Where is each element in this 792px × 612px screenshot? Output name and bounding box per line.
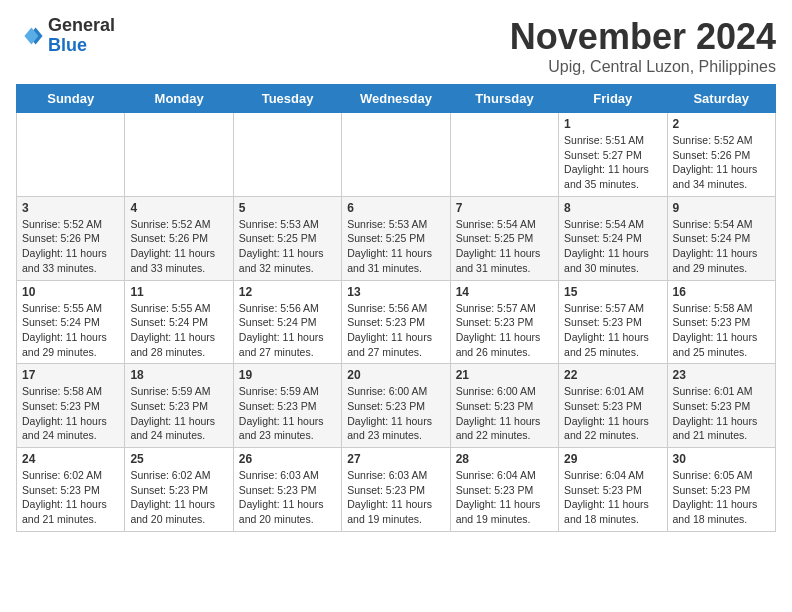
day-number: 16 <box>673 285 770 299</box>
day-info: Sunrise: 6:04 AM Sunset: 5:23 PM Dayligh… <box>456 468 553 527</box>
day-info: Sunrise: 5:58 AM Sunset: 5:23 PM Dayligh… <box>22 384 119 443</box>
calendar-cell: 13Sunrise: 5:56 AM Sunset: 5:23 PM Dayli… <box>342 280 450 364</box>
calendar-cell: 2Sunrise: 5:52 AM Sunset: 5:26 PM Daylig… <box>667 113 775 197</box>
day-info: Sunrise: 6:05 AM Sunset: 5:23 PM Dayligh… <box>673 468 770 527</box>
day-header-thursday: Thursday <box>450 85 558 113</box>
day-number: 14 <box>456 285 553 299</box>
day-info: Sunrise: 5:54 AM Sunset: 5:25 PM Dayligh… <box>456 217 553 276</box>
calendar-cell: 6Sunrise: 5:53 AM Sunset: 5:25 PM Daylig… <box>342 196 450 280</box>
logo-general: General <box>48 15 115 35</box>
calendar-cell: 15Sunrise: 5:57 AM Sunset: 5:23 PM Dayli… <box>559 280 667 364</box>
day-info: Sunrise: 5:56 AM Sunset: 5:23 PM Dayligh… <box>347 301 444 360</box>
day-number: 5 <box>239 201 336 215</box>
calendar-cell: 1Sunrise: 5:51 AM Sunset: 5:27 PM Daylig… <box>559 113 667 197</box>
calendar-cell: 29Sunrise: 6:04 AM Sunset: 5:23 PM Dayli… <box>559 448 667 532</box>
day-info: Sunrise: 5:52 AM Sunset: 5:26 PM Dayligh… <box>673 133 770 192</box>
day-info: Sunrise: 6:02 AM Sunset: 5:23 PM Dayligh… <box>130 468 227 527</box>
day-info: Sunrise: 6:01 AM Sunset: 5:23 PM Dayligh… <box>564 384 661 443</box>
day-number: 13 <box>347 285 444 299</box>
calendar-cell: 10Sunrise: 5:55 AM Sunset: 5:24 PM Dayli… <box>17 280 125 364</box>
day-header-wednesday: Wednesday <box>342 85 450 113</box>
day-number: 8 <box>564 201 661 215</box>
calendar-cell: 12Sunrise: 5:56 AM Sunset: 5:24 PM Dayli… <box>233 280 341 364</box>
day-header-tuesday: Tuesday <box>233 85 341 113</box>
day-info: Sunrise: 5:53 AM Sunset: 5:25 PM Dayligh… <box>347 217 444 276</box>
week-row-0: 1Sunrise: 5:51 AM Sunset: 5:27 PM Daylig… <box>17 113 776 197</box>
day-info: Sunrise: 5:59 AM Sunset: 5:23 PM Dayligh… <box>239 384 336 443</box>
location-subtitle: Upig, Central Luzon, Philippines <box>510 58 776 76</box>
day-number: 18 <box>130 368 227 382</box>
calendar-cell: 22Sunrise: 6:01 AM Sunset: 5:23 PM Dayli… <box>559 364 667 448</box>
day-info: Sunrise: 5:54 AM Sunset: 5:24 PM Dayligh… <box>673 217 770 276</box>
calendar-cell: 4Sunrise: 5:52 AM Sunset: 5:26 PM Daylig… <box>125 196 233 280</box>
day-header-sunday: Sunday <box>17 85 125 113</box>
day-info: Sunrise: 5:52 AM Sunset: 5:26 PM Dayligh… <box>130 217 227 276</box>
week-row-3: 17Sunrise: 5:58 AM Sunset: 5:23 PM Dayli… <box>17 364 776 448</box>
calendar-cell <box>342 113 450 197</box>
day-number: 24 <box>22 452 119 466</box>
day-number: 12 <box>239 285 336 299</box>
day-header-monday: Monday <box>125 85 233 113</box>
day-number: 1 <box>564 117 661 131</box>
calendar-cell: 7Sunrise: 5:54 AM Sunset: 5:25 PM Daylig… <box>450 196 558 280</box>
header-row: SundayMondayTuesdayWednesdayThursdayFrid… <box>17 85 776 113</box>
calendar-cell: 28Sunrise: 6:04 AM Sunset: 5:23 PM Dayli… <box>450 448 558 532</box>
calendar-cell: 14Sunrise: 5:57 AM Sunset: 5:23 PM Dayli… <box>450 280 558 364</box>
week-row-1: 3Sunrise: 5:52 AM Sunset: 5:26 PM Daylig… <box>17 196 776 280</box>
day-number: 20 <box>347 368 444 382</box>
day-number: 3 <box>22 201 119 215</box>
week-row-4: 24Sunrise: 6:02 AM Sunset: 5:23 PM Dayli… <box>17 448 776 532</box>
week-row-2: 10Sunrise: 5:55 AM Sunset: 5:24 PM Dayli… <box>17 280 776 364</box>
day-info: Sunrise: 6:00 AM Sunset: 5:23 PM Dayligh… <box>456 384 553 443</box>
day-info: Sunrise: 5:52 AM Sunset: 5:26 PM Dayligh… <box>22 217 119 276</box>
day-info: Sunrise: 5:53 AM Sunset: 5:25 PM Dayligh… <box>239 217 336 276</box>
day-info: Sunrise: 6:01 AM Sunset: 5:23 PM Dayligh… <box>673 384 770 443</box>
calendar-cell: 3Sunrise: 5:52 AM Sunset: 5:26 PM Daylig… <box>17 196 125 280</box>
day-number: 15 <box>564 285 661 299</box>
day-number: 11 <box>130 285 227 299</box>
calendar-cell: 26Sunrise: 6:03 AM Sunset: 5:23 PM Dayli… <box>233 448 341 532</box>
calendar-cell: 8Sunrise: 5:54 AM Sunset: 5:24 PM Daylig… <box>559 196 667 280</box>
calendar-cell: 9Sunrise: 5:54 AM Sunset: 5:24 PM Daylig… <box>667 196 775 280</box>
month-title: November 2024 <box>510 16 776 58</box>
day-number: 7 <box>456 201 553 215</box>
day-number: 22 <box>564 368 661 382</box>
calendar-cell: 5Sunrise: 5:53 AM Sunset: 5:25 PM Daylig… <box>233 196 341 280</box>
day-number: 9 <box>673 201 770 215</box>
day-header-friday: Friday <box>559 85 667 113</box>
calendar-table: SundayMondayTuesdayWednesdayThursdayFrid… <box>16 84 776 532</box>
title-block: November 2024 Upig, Central Luzon, Phili… <box>510 16 776 76</box>
day-info: Sunrise: 6:04 AM Sunset: 5:23 PM Dayligh… <box>564 468 661 527</box>
day-info: Sunrise: 5:55 AM Sunset: 5:24 PM Dayligh… <box>22 301 119 360</box>
calendar-cell: 16Sunrise: 5:58 AM Sunset: 5:23 PM Dayli… <box>667 280 775 364</box>
calendar-cell: 18Sunrise: 5:59 AM Sunset: 5:23 PM Dayli… <box>125 364 233 448</box>
day-info: Sunrise: 5:57 AM Sunset: 5:23 PM Dayligh… <box>456 301 553 360</box>
day-info: Sunrise: 5:54 AM Sunset: 5:24 PM Dayligh… <box>564 217 661 276</box>
day-info: Sunrise: 6:00 AM Sunset: 5:23 PM Dayligh… <box>347 384 444 443</box>
calendar-cell: 20Sunrise: 6:00 AM Sunset: 5:23 PM Dayli… <box>342 364 450 448</box>
day-number: 17 <box>22 368 119 382</box>
logo-icon <box>16 22 44 50</box>
day-info: Sunrise: 6:02 AM Sunset: 5:23 PM Dayligh… <box>22 468 119 527</box>
day-info: Sunrise: 5:51 AM Sunset: 5:27 PM Dayligh… <box>564 133 661 192</box>
day-info: Sunrise: 5:58 AM Sunset: 5:23 PM Dayligh… <box>673 301 770 360</box>
day-info: Sunrise: 5:57 AM Sunset: 5:23 PM Dayligh… <box>564 301 661 360</box>
calendar-cell: 23Sunrise: 6:01 AM Sunset: 5:23 PM Dayli… <box>667 364 775 448</box>
day-number: 19 <box>239 368 336 382</box>
day-header-saturday: Saturday <box>667 85 775 113</box>
day-info: Sunrise: 5:55 AM Sunset: 5:24 PM Dayligh… <box>130 301 227 360</box>
day-number: 4 <box>130 201 227 215</box>
calendar-cell <box>233 113 341 197</box>
calendar-cell: 30Sunrise: 6:05 AM Sunset: 5:23 PM Dayli… <box>667 448 775 532</box>
calendar-cell <box>125 113 233 197</box>
calendar-cell <box>17 113 125 197</box>
day-number: 26 <box>239 452 336 466</box>
day-number: 10 <box>22 285 119 299</box>
day-number: 21 <box>456 368 553 382</box>
day-info: Sunrise: 5:59 AM Sunset: 5:23 PM Dayligh… <box>130 384 227 443</box>
day-info: Sunrise: 6:03 AM Sunset: 5:23 PM Dayligh… <box>347 468 444 527</box>
calendar-cell: 21Sunrise: 6:00 AM Sunset: 5:23 PM Dayli… <box>450 364 558 448</box>
calendar-cell: 19Sunrise: 5:59 AM Sunset: 5:23 PM Dayli… <box>233 364 341 448</box>
calendar-cell: 11Sunrise: 5:55 AM Sunset: 5:24 PM Dayli… <box>125 280 233 364</box>
day-number: 23 <box>673 368 770 382</box>
